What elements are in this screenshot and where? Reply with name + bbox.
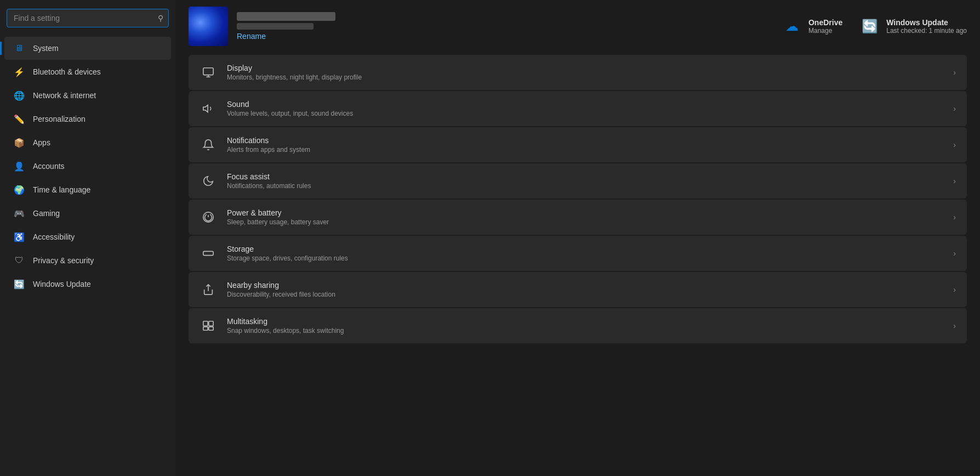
- nav-label-bluetooth: Bluetooth & devices: [33, 67, 101, 76]
- setting-desc-focus: Notifications, automatic rules: [227, 182, 943, 190]
- setting-desc-nearby: Discoverability, received files location: [227, 291, 943, 298]
- setting-chevron-storage: ›: [953, 249, 956, 258]
- user-email-bar: [237, 23, 314, 30]
- nav-label-network: Network & internet: [33, 91, 96, 100]
- setting-icon-power: [200, 208, 217, 226]
- onedrive-sub: Manage: [808, 27, 842, 35]
- svg-rect-11: [203, 327, 208, 330]
- windows-update-sub: Last checked: 1 minute ago: [886, 27, 967, 35]
- setting-text-multitasking: Multitasking Snap windows, desktops, tas…: [227, 317, 943, 335]
- user-info: Rename: [237, 12, 335, 41]
- sidebar-item-bluetooth[interactable]: ⚡ Bluetooth & devices: [4, 60, 171, 83]
- setting-title-display: Display: [227, 64, 943, 72]
- setting-item-display[interactable]: Display Monitors, brightness, night ligh…: [189, 55, 967, 90]
- sidebar-item-privacy[interactable]: 🛡 Privacy & security: [4, 249, 171, 272]
- setting-desc-multitasking: Snap windows, desktops, task switching: [227, 327, 943, 335]
- setting-desc-display: Monitors, brightness, night light, displ…: [227, 73, 943, 81]
- setting-title-multitasking: Multitasking: [227, 317, 943, 326]
- nav-label-personalization: Personalization: [33, 115, 86, 123]
- search-icon: ⚲: [158, 14, 163, 22]
- sidebar-item-system[interactable]: 🖥 System: [4, 37, 171, 60]
- svg-rect-10: [209, 321, 213, 326]
- nav-label-privacy: Privacy & security: [33, 256, 94, 265]
- nav-icon-system: 🖥: [13, 42, 25, 54]
- windows-update-title: Windows Update: [886, 18, 967, 27]
- setting-text-display: Display Monitors, brightness, night ligh…: [227, 64, 943, 81]
- setting-title-focus: Focus assist: [227, 172, 943, 181]
- sidebar: ⚲ 🖥 System ⚡ Bluetooth & devices 🌐 Netwo…: [0, 0, 175, 476]
- setting-icon-multitasking: [200, 317, 217, 335]
- user-name-bar: [237, 12, 335, 21]
- svg-marker-3: [203, 105, 208, 112]
- rename-link[interactable]: Rename: [237, 32, 335, 41]
- onedrive-icon: ☁: [782, 16, 802, 36]
- nav-label-time: Time & language: [33, 185, 90, 194]
- setting-desc-sound: Volume levels, output, input, sound devi…: [227, 110, 943, 117]
- nav-label-apps: Apps: [33, 138, 50, 147]
- setting-icon-focus: [200, 172, 217, 190]
- setting-item-sound[interactable]: Sound Volume levels, output, input, soun…: [189, 91, 967, 126]
- setting-chevron-focus: ›: [953, 177, 956, 185]
- nav-label-system: System: [33, 44, 59, 53]
- onedrive-title: OneDrive: [808, 18, 842, 27]
- nav-icon-network: 🌐: [13, 89, 25, 101]
- setting-desc-power: Sleep, battery usage, battery saver: [227, 218, 943, 226]
- setting-item-notifications[interactable]: Notifications Alerts from apps and syste…: [189, 127, 967, 162]
- svg-rect-6: [203, 251, 213, 255]
- setting-chevron-sound: ›: [953, 104, 956, 113]
- nav-icon-privacy: 🛡: [13, 254, 25, 267]
- setting-item-storage[interactable]: Storage Storage space, drives, configura…: [189, 236, 967, 271]
- setting-title-storage: Storage: [227, 245, 943, 253]
- setting-text-focus: Focus assist Notifications, automatic ru…: [227, 172, 943, 190]
- nav-icon-time: 🌍: [13, 184, 25, 196]
- nav-icon-update: 🔄: [13, 278, 25, 290]
- setting-title-power: Power & battery: [227, 208, 943, 217]
- windows-update-text: Windows Update Last checked: 1 minute ag…: [886, 18, 967, 35]
- sidebar-item-update[interactable]: 🔄 Windows Update: [4, 273, 171, 296]
- windows-update-widget[interactable]: 🔄 Windows Update Last checked: 1 minute …: [860, 16, 967, 36]
- search-input[interactable]: [7, 9, 169, 27]
- onedrive-widget[interactable]: ☁ OneDrive Manage: [782, 16, 842, 36]
- sidebar-item-accessibility[interactable]: ♿ Accessibility: [4, 225, 171, 248]
- setting-chevron-multitasking: ›: [953, 321, 956, 330]
- nav-label-accessibility: Accessibility: [33, 233, 75, 241]
- setting-item-nearby[interactable]: Nearby sharing Discoverability, received…: [189, 272, 967, 307]
- setting-desc-notifications: Alerts from apps and system: [227, 146, 943, 154]
- setting-chevron-power: ›: [953, 213, 956, 222]
- windows-update-icon: 🔄: [860, 16, 880, 36]
- setting-title-nearby: Nearby sharing: [227, 281, 943, 290]
- setting-item-multitasking[interactable]: Multitasking Snap windows, desktops, tas…: [189, 308, 967, 343]
- setting-icon-notifications: [200, 136, 217, 154]
- setting-icon-sound: [200, 100, 217, 117]
- sidebar-item-gaming[interactable]: 🎮 Gaming: [4, 202, 171, 225]
- sidebar-item-accounts[interactable]: 👤 Accounts: [4, 155, 171, 178]
- setting-text-sound: Sound Volume levels, output, input, soun…: [227, 100, 943, 117]
- setting-desc-storage: Storage space, drives, configuration rul…: [227, 254, 943, 262]
- setting-icon-nearby: [200, 281, 217, 298]
- sidebar-item-apps[interactable]: 📦 Apps: [4, 131, 171, 154]
- setting-item-power[interactable]: Power & battery Sleep, battery usage, ba…: [189, 200, 967, 235]
- nav-icon-gaming: 🎮: [13, 207, 25, 219]
- sidebar-item-time[interactable]: 🌍 Time & language: [4, 178, 171, 201]
- setting-item-focus[interactable]: Focus assist Notifications, automatic ru…: [189, 163, 967, 199]
- svg-rect-0: [203, 68, 213, 75]
- onedrive-text: OneDrive Manage: [808, 18, 842, 35]
- nav-list: 🖥 System ⚡ Bluetooth & devices 🌐 Network…: [0, 36, 175, 296]
- nav-label-update: Windows Update: [33, 280, 91, 288]
- nav-icon-apps: 📦: [13, 137, 25, 149]
- setting-chevron-notifications: ›: [953, 140, 956, 149]
- sidebar-item-personalization[interactable]: ✏️ Personalization: [4, 107, 171, 131]
- sidebar-item-network[interactable]: 🌐 Network & internet: [4, 84, 171, 107]
- setting-chevron-nearby: ›: [953, 285, 956, 294]
- setting-title-notifications: Notifications: [227, 136, 943, 145]
- main-content: Rename ☁ OneDrive Manage 🔄 Windows Updat…: [175, 0, 980, 476]
- setting-text-storage: Storage Storage space, drives, configura…: [227, 245, 943, 262]
- header-top: Rename ☁ OneDrive Manage 🔄 Windows Updat…: [189, 0, 967, 55]
- setting-text-power: Power & battery Sleep, battery usage, ba…: [227, 208, 943, 226]
- nav-icon-accounts: 👤: [13, 160, 25, 172]
- nav-icon-personalization: ✏️: [13, 113, 25, 125]
- avatar: [189, 7, 228, 46]
- svg-rect-12: [209, 327, 213, 330]
- nav-icon-bluetooth: ⚡: [13, 66, 25, 78]
- svg-rect-9: [203, 321, 208, 326]
